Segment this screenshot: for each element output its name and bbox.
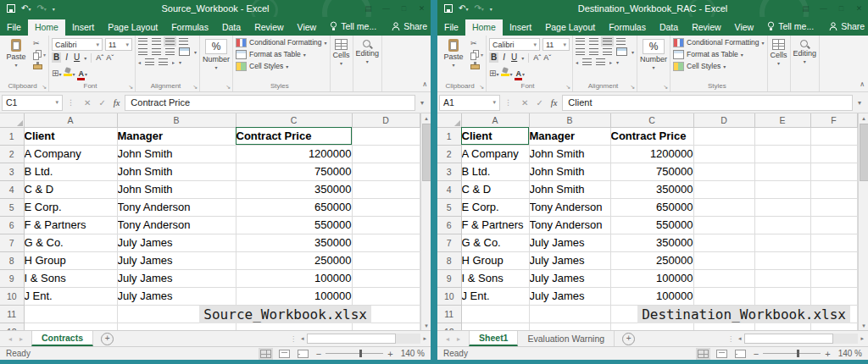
scroll-left-icon[interactable]: ◂: [301, 335, 304, 342]
cell-E10[interactable]: [754, 287, 810, 305]
cell-D2[interactable]: [352, 145, 420, 163]
align-right-button[interactable]: [165, 48, 175, 55]
sheet-nav-left-button[interactable]: ◂: [446, 335, 449, 343]
cell-D1[interactable]: [352, 127, 420, 145]
cell-C12[interactable]: [610, 323, 693, 330]
tell-me-button[interactable]: Tell me...: [323, 18, 383, 36]
cell-B9[interactable]: July James: [529, 269, 610, 287]
cell-B5[interactable]: Tony Anderson: [117, 198, 236, 216]
formula-input[interactable]: Client: [562, 95, 853, 111]
row-header-7[interactable]: 7: [0, 234, 24, 251]
title-bar[interactable]: ↶▾ ↷▾ ▾ Destination_Workbook_RAC - Excel…: [437, 0, 868, 17]
scrollbar-thumb[interactable]: [860, 124, 868, 181]
ribbon-tab-file[interactable]: File: [0, 19, 28, 36]
font-size-select[interactable]: 11▾: [542, 38, 570, 51]
cell-C7[interactable]: 350000: [236, 234, 352, 251]
cell-E12[interactable]: [754, 323, 810, 330]
cells-button[interactable]: Cells ▾: [771, 38, 787, 66]
align-middle-button[interactable]: [589, 38, 598, 45]
customize-qat-button[interactable]: ▾: [53, 0, 55, 17]
sheet-nav-right-button[interactable]: ▸: [457, 335, 460, 343]
cell-styles-button[interactable]: Cell Styles▾: [236, 62, 327, 71]
cell-D4[interactable]: [693, 180, 754, 198]
font-size-select[interactable]: 11▾: [105, 38, 132, 51]
formula-bar-handle[interactable]: ⋮: [500, 98, 516, 107]
ribbon-tab-formulas[interactable]: Formulas: [164, 19, 215, 36]
fill-color-button[interactable]: ▾: [64, 64, 75, 80]
cell-A1[interactable]: Client: [24, 127, 117, 145]
cell-D8[interactable]: [352, 251, 420, 269]
cell-E2[interactable]: [754, 145, 810, 163]
dialog-launcher-icon[interactable]: ↘: [225, 84, 231, 90]
ribbon-tab-home[interactable]: Home: [465, 19, 503, 36]
cell-A7[interactable]: G & Co.: [24, 234, 117, 251]
cell-D8[interactable]: [693, 251, 754, 269]
scroll-right-icon[interactable]: ▸: [860, 335, 864, 342]
cell-A8[interactable]: H Group: [461, 251, 529, 269]
tab-bar-splitter[interactable]: ⋮: [287, 331, 299, 346]
enter-button[interactable]: ✓: [98, 98, 105, 108]
collapse-ribbon-button[interactable]: ∧: [422, 81, 427, 88]
cell-C6[interactable]: 550000: [610, 216, 693, 234]
scrollbar-thumb[interactable]: [307, 334, 396, 344]
cell-E8[interactable]: [754, 251, 810, 269]
column-header-C[interactable]: C: [610, 113, 693, 127]
customize-qat-button[interactable]: ▾: [490, 0, 492, 17]
dialog-launcher-icon[interactable]: ↘: [565, 84, 570, 90]
vertical-scrollbar[interactable]: ▴ ▾: [420, 113, 431, 330]
cell-A11[interactable]: [24, 305, 117, 323]
borders-button[interactable]: ⊞▾: [52, 64, 61, 80]
align-bottom-button[interactable]: [603, 38, 612, 45]
cell-B3[interactable]: John Smith: [117, 163, 236, 180]
view-normal-button[interactable]: [698, 350, 709, 358]
cell-styles-button[interactable]: Cell Styles▾: [673, 62, 765, 71]
cell-C4[interactable]: 350000: [610, 180, 693, 198]
row-header-2[interactable]: 2: [0, 145, 24, 163]
cell-A2[interactable]: A Company: [24, 145, 117, 163]
zoom-slider-thumb[interactable]: [359, 350, 362, 357]
formula-input[interactable]: Contract Price: [125, 95, 415, 111]
cell-C5[interactable]: 650000: [610, 198, 693, 216]
editing-button[interactable]: Editing ▾: [356, 38, 380, 64]
cell-C8[interactable]: 250000: [610, 251, 693, 269]
save-button[interactable]: [444, 1, 453, 16]
cell-D6[interactable]: [693, 216, 754, 234]
cell-A5[interactable]: E Corp.: [24, 198, 117, 216]
cell-F6[interactable]: [810, 216, 857, 234]
spreadsheet-grid[interactable]: ABCDEF1ClientManagerContract Price2A Com…: [437, 113, 858, 330]
ribbon-display-options-button[interactable]: ▤: [359, 0, 377, 17]
cell-C6[interactable]: 550000: [236, 216, 352, 234]
select-all-corner[interactable]: [0, 113, 24, 127]
cell-F9[interactable]: [810, 269, 857, 287]
dialog-launcher-icon[interactable]: ↘: [192, 84, 198, 90]
cell-D2[interactable]: [693, 145, 754, 163]
conditional-formatting-button[interactable]: Conditional Formatting▾: [673, 38, 765, 47]
row-header-4[interactable]: 4: [0, 180, 24, 198]
enter-button[interactable]: ✓: [536, 98, 542, 108]
redo-button[interactable]: ↷▾: [474, 0, 483, 17]
cell-D10[interactable]: [352, 287, 420, 305]
cell-E7[interactable]: [754, 234, 810, 251]
minimize-button[interactable]: —: [815, 0, 832, 17]
zoom-out-button[interactable]: −: [754, 350, 759, 358]
cell-C7[interactable]: 350000: [610, 234, 693, 251]
row-header-12[interactable]: 12: [0, 323, 24, 330]
increase-indent-button[interactable]: [596, 58, 605, 65]
cell-F8[interactable]: [810, 251, 857, 269]
italic-button[interactable]: I: [64, 52, 70, 63]
select-all-corner[interactable]: [437, 113, 461, 127]
cancel-button[interactable]: ✕: [521, 98, 528, 108]
column-header-D[interactable]: D: [352, 113, 420, 127]
cell-E6[interactable]: [754, 216, 810, 234]
cell-A9[interactable]: I & Sons: [461, 269, 529, 287]
increase-font-button[interactable]: Aˆ: [533, 53, 541, 62]
decrease-indent-button[interactable]: [145, 58, 154, 65]
dialog-launcher-icon[interactable]: ↘: [630, 84, 635, 90]
cell-B12[interactable]: [117, 323, 236, 330]
align-top-button[interactable]: [138, 38, 147, 45]
zoom-out-button[interactable]: −: [316, 350, 321, 358]
formula-expand-button[interactable]: ▾: [853, 99, 866, 107]
row-header-5[interactable]: 5: [0, 198, 24, 216]
font-name-select[interactable]: Calibri▾: [52, 38, 103, 51]
row-header-1[interactable]: 1: [0, 127, 24, 145]
